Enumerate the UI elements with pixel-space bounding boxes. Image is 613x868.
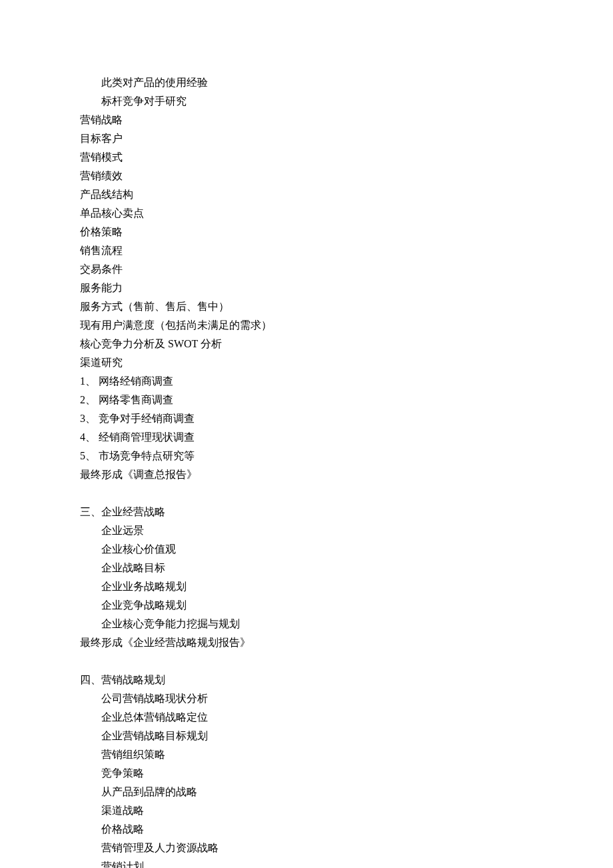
bullet-line: 价格战略 (80, 820, 533, 839)
text-line: 现有用户满意度（包括尚未满足的需求） (80, 316, 533, 335)
bullet-marker (80, 540, 101, 559)
bullet-marker (80, 745, 101, 764)
bullet-line: 企业业务战略规划 (80, 577, 533, 596)
bullet-line: 竞争策略 (80, 764, 533, 783)
bullet-line: 公司营销战略现状分析 (80, 689, 533, 708)
text-line: 交易条件 (80, 260, 533, 279)
text-line: 目标客户 (80, 129, 533, 148)
bullet-marker (80, 783, 101, 801)
text-line: 2、 网络零售商调查 (80, 391, 533, 409)
text-line: 价格策略 (80, 223, 533, 241)
blank-line (80, 652, 533, 671)
bullet-text: 从产品到品牌的战略 (101, 783, 533, 801)
bullet-marker (80, 727, 101, 745)
bullet-marker (80, 596, 101, 615)
bullet-line: 营销管理及人力资源战略 (80, 839, 533, 857)
bullet-line: 企业战略目标 (80, 559, 533, 577)
text-line: 最终形成《企业经营战略规划报告》 (80, 633, 533, 652)
bullet-marker (80, 764, 101, 783)
bullet-text: 营销管理及人力资源战略 (101, 839, 533, 857)
bullet-line: 从产品到品牌的战略 (80, 783, 533, 801)
bullet-marker (80, 839, 101, 857)
text-line: 营销战略 (80, 111, 533, 129)
bullet-marker (80, 615, 101, 633)
bullet-line: 企业核心竞争能力挖掘与规划 (80, 615, 533, 633)
bullet-marker (80, 708, 101, 727)
text-line: 产品线结构 (80, 185, 533, 204)
bullet-marker (80, 801, 101, 820)
bullet-line: 企业营销战略目标规划 (80, 727, 533, 745)
bullet-text: 企业远景 (101, 521, 533, 540)
text-line: 营销模式 (80, 148, 533, 167)
bullet-marker (80, 820, 101, 839)
bullet-text: 企业核心价值观 (101, 540, 533, 559)
bullet-text: 企业营销战略目标规划 (101, 727, 533, 745)
blank-line (80, 484, 533, 503)
bullet-text: 标杆竞争对手研究 (101, 92, 533, 111)
text-line: 四、营销战略规划 (80, 671, 533, 689)
bullet-line: 标杆竞争对手研究 (80, 92, 533, 111)
text-line: 服务方式（售前、售后、售中） (80, 297, 533, 316)
bullet-text: 营销组织策略 (101, 745, 533, 764)
bullet-text: 企业总体营销战略定位 (101, 708, 533, 727)
text-line: 营销绩效 (80, 167, 533, 185)
bullet-line: 企业远景 (80, 521, 533, 540)
bullet-text: 企业业务战略规划 (101, 577, 533, 596)
bullet-line: 渠道战略 (80, 801, 533, 820)
bullet-marker (80, 92, 101, 111)
text-line: 核心竞争力分析及 SWOT 分析 (80, 335, 533, 353)
text-line: 4、 经销商管理现状调查 (80, 428, 533, 447)
text-line: 5、 市场竞争特点研究等 (80, 447, 533, 465)
bullet-text: 营销计划 (101, 857, 533, 868)
bullet-marker (80, 73, 101, 92)
text-line: 服务能力 (80, 279, 533, 297)
text-line: 单品核心卖点 (80, 204, 533, 223)
bullet-line: 企业总体营销战略定位 (80, 708, 533, 727)
bullet-marker (80, 577, 101, 596)
bullet-line: 企业竞争战略规划 (80, 596, 533, 615)
text-line: 销售流程 (80, 241, 533, 260)
bullet-marker (80, 559, 101, 577)
text-line: 渠道研究 (80, 353, 533, 372)
bullet-text: 企业战略目标 (101, 559, 533, 577)
bullet-line: 营销计划 (80, 857, 533, 868)
bullet-marker (80, 857, 101, 868)
text-line: 最终形成《调查总报告》 (80, 465, 533, 484)
bullet-text: 渠道战略 (101, 801, 533, 820)
bullet-text: 竞争策略 (101, 764, 533, 783)
bullet-line: 营销组织策略 (80, 745, 533, 764)
bullet-marker (80, 689, 101, 708)
text-line: 1、 网络经销商调查 (80, 372, 533, 391)
bullet-text: 此类对产品的使用经验 (101, 73, 533, 92)
text-line: 3、 竞争对手经销商调查 (80, 409, 533, 428)
bullet-text: 企业竞争战略规划 (101, 596, 533, 615)
bullet-marker (80, 521, 101, 540)
bullet-text: 价格战略 (101, 820, 533, 839)
document-body: 此类对产品的使用经验标杆竞争对手研究营销战略目标客户营销模式营销绩效产品线结构单… (80, 73, 533, 868)
text-line: 三、企业经营战略 (80, 503, 533, 521)
bullet-text: 公司营销战略现状分析 (101, 689, 533, 708)
bullet-text: 企业核心竞争能力挖掘与规划 (101, 615, 533, 633)
bullet-line: 此类对产品的使用经验 (80, 73, 533, 92)
bullet-line: 企业核心价值观 (80, 540, 533, 559)
